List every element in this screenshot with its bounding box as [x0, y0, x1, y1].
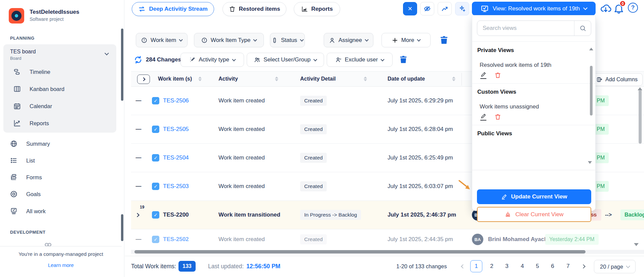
sync-cloud-button[interactable] [600, 3, 612, 14]
work-item-link[interactable]: TES-2504 [163, 154, 189, 161]
sidebar-item-reports[interactable]: Reports [3, 115, 116, 131]
work-item-link[interactable]: TES-2503 [163, 183, 189, 190]
pagination-page[interactable]: 4 [516, 260, 528, 272]
scroll-down-arrow[interactable] [634, 243, 639, 246]
pagination-page[interactable]: 1 [470, 260, 482, 272]
sidebar-item-kanban-board[interactable]: Kanban board [3, 81, 116, 97]
sidebar-item-list[interactable]: List [0, 152, 124, 169]
hide-button[interactable] [420, 2, 434, 15]
work-item-link[interactable]: TES-2502 [163, 236, 189, 243]
expand-all-button[interactable] [137, 75, 150, 84]
notification-badge: 0 [619, 0, 626, 7]
close-button[interactable]: × [403, 2, 417, 15]
filter-work-item[interactable]: Work item [136, 33, 188, 47]
pagination-page[interactable]: 3 [501, 260, 513, 272]
view-item-private[interactable]: Resolved work items of 19th [480, 62, 552, 68]
chevron-down-icon [313, 57, 317, 61]
sort-icon[interactable] [198, 77, 202, 81]
sidebar-item-forms[interactable]: Forms [0, 169, 124, 185]
clear-filters-button[interactable] [439, 35, 449, 45]
sidebar-scrollbar[interactable] [121, 214, 123, 241]
sidebar-item-goals[interactable]: Goals [0, 186, 124, 202]
filter-more[interactable]: More [381, 33, 431, 47]
collapse-marker: — [135, 183, 142, 190]
search-button[interactable] [574, 21, 591, 36]
pagination-next[interactable] [577, 260, 589, 272]
trash-filled-icon [399, 55, 408, 64]
clear-current-view-button[interactable]: Clear Current View [477, 207, 591, 222]
restored-items-button[interactable]: Restored items [223, 2, 286, 16]
sidebar-item-timeline[interactable]: Timeline [3, 64, 116, 80]
column-header-activity[interactable]: Activity [218, 76, 238, 82]
managed-project-note: You're in a company-managed project [0, 251, 122, 257]
work-item-link[interactable]: TES-2506 [163, 97, 189, 104]
expand-row-button[interactable] [136, 212, 139, 218]
ai-sparkles-button[interactable] [455, 2, 469, 15]
filter-assignee[interactable]: Assignee [324, 33, 373, 47]
edit-icon[interactable] [480, 72, 486, 79]
add-columns-button[interactable]: Add Columns [592, 73, 643, 86]
board-title[interactable]: TES board [10, 49, 36, 55]
panel-scroll-up-arrow[interactable] [589, 48, 593, 50]
refresh-icon[interactable] [134, 55, 143, 64]
work-item-link[interactable]: TES-2200 [163, 212, 189, 218]
row-checkbox[interactable]: ✓ [152, 211, 159, 219]
pagination-page[interactable]: 5 [531, 260, 544, 272]
pagination-page[interactable]: 6 [547, 260, 559, 272]
work-item-link[interactable]: TES-2505 [163, 126, 189, 133]
row-checkbox[interactable]: ✓ [152, 154, 159, 161]
chevron-down-icon[interactable] [105, 51, 109, 55]
project-logo[interactable] [9, 8, 24, 24]
panel-scroll-down-arrow[interactable] [588, 161, 592, 164]
vertical-scrollbar[interactable] [639, 90, 642, 144]
search-icon [579, 25, 586, 32]
trend-chart-button[interactable] [438, 2, 452, 15]
activity-detail-badge: Created [300, 153, 327, 163]
reports-button[interactable]: Reports [294, 2, 340, 16]
sidebar-scrollbar[interactable] [121, 29, 123, 101]
filter-exclude-user[interactable]: Exclude user [327, 53, 393, 67]
view-dropdown-button[interactable]: View: Resolved work items of 19th [472, 2, 596, 15]
panel-scrollbar[interactable] [590, 66, 593, 116]
pagination-prev[interactable] [457, 260, 469, 272]
page-size-select[interactable]: 20 / page [594, 260, 636, 273]
sidebar-item-calendar[interactable]: Calendar [3, 98, 116, 114]
sidebar-item-summary[interactable]: Summary [0, 136, 124, 152]
sidebar: TestDeletedIssues Software project PLANN… [0, 0, 124, 277]
row-checkbox[interactable]: ✓ [152, 126, 159, 133]
view-item-custom[interactable]: Work items unassigned [480, 103, 539, 110]
filter-select-user-group[interactable]: Select User/Group [247, 53, 324, 67]
learn-more-link[interactable]: Learn more [0, 262, 122, 268]
sort-icon[interactable] [275, 77, 278, 81]
pagination-page[interactable]: 2 [486, 260, 498, 272]
sidebar-item-all-work[interactable]: All work [0, 203, 124, 219]
row-checkbox[interactable]: ✓ [152, 183, 159, 190]
help-button[interactable]: ? [628, 3, 638, 13]
eye-off-icon [424, 5, 431, 12]
horizontal-scrollbar[interactable] [134, 250, 586, 253]
sort-icon[interactable] [452, 77, 455, 81]
delete-icon[interactable] [494, 113, 501, 120]
activity-cell: Work item created [218, 126, 265, 133]
filter-work-item-type[interactable]: Work Item Type [194, 33, 264, 47]
table-row[interactable]: — ✓ TES-2502 Work item created Created J… [131, 229, 644, 249]
column-header-date[interactable]: Date of update [388, 76, 425, 82]
pagination-page[interactable]: 7 [562, 260, 574, 272]
list-icon [10, 157, 17, 164]
update-current-view-button[interactable]: Update Current View [477, 189, 591, 204]
filter-status[interactable]: Status [270, 33, 305, 47]
sidebar-item-label: Forms [26, 174, 42, 181]
column-header-activity-detail[interactable]: Activity Detail [300, 76, 336, 82]
delete-icon[interactable] [494, 72, 501, 79]
edit-icon[interactable] [480, 113, 486, 121]
filter-activity-type[interactable]: Activity type [180, 53, 244, 67]
pencil-icon [501, 194, 507, 200]
column-header-work-item[interactable]: Work item (s) [158, 76, 192, 82]
row-checkbox[interactable]: ✓ [152, 97, 159, 104]
deep-activity-stream-button[interactable]: Deep Activitiy Stream [132, 2, 214, 16]
row-checkbox[interactable]: ✓ [152, 236, 159, 243]
sort-icon[interactable] [364, 77, 367, 81]
clear-activity-filters-button[interactable] [399, 55, 408, 64]
page-size-value: 20 / page [600, 264, 623, 270]
search-views-input[interactable] [477, 25, 574, 32]
